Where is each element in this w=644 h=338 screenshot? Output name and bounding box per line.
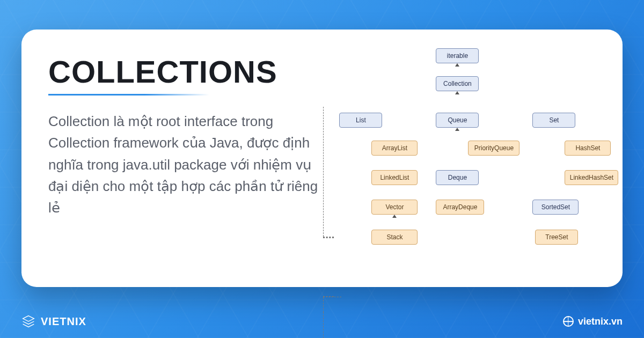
node-sortedset: SortedSet: [532, 200, 579, 215]
site-link: vietnix.vn: [563, 316, 623, 327]
diagram-panel: iterable Collection List Queue Set Array…: [328, 54, 596, 263]
node-linkedlist: LinkedList: [371, 170, 418, 185]
node-priorityqueue: PriorityQueue: [468, 141, 519, 156]
edge: [323, 71, 516, 71]
edge: [323, 297, 324, 312]
edge: [323, 83, 324, 95]
node-queue: Queue: [436, 113, 479, 128]
brand-logo: VIETNIX: [21, 314, 86, 328]
title-underline: [48, 94, 209, 95]
node-iterable: iterable: [436, 48, 479, 63]
description-text: Collection là một root interface trong C…: [48, 111, 327, 218]
site-url: vietnix.vn: [578, 316, 623, 327]
node-linkedhashset: LinkedHashSet: [565, 170, 618, 185]
node-arraydeque: ArrayDeque: [436, 200, 484, 215]
node-hashset: HashSet: [565, 141, 611, 156]
edge: [323, 95, 324, 107]
collections-hierarchy-diagram: iterable Collection List Queue Set Array…: [323, 48, 601, 263]
globe-icon: [563, 316, 574, 327]
main-title: COLLECTIONS: [48, 54, 328, 90]
edge: [323, 253, 324, 296]
arrow-icon: [455, 63, 459, 67]
node-treeset: TreeSet: [535, 230, 578, 245]
arrow-icon: [455, 91, 459, 94]
text-panel: COLLECTIONS Collection là một root inter…: [48, 54, 328, 263]
brand-name: VIETNIX: [41, 315, 86, 328]
edge: [323, 107, 324, 237]
edge: [323, 238, 324, 253]
node-list: List: [339, 113, 382, 128]
edge: [323, 48, 324, 61]
edge: [323, 61, 324, 71]
node-set: Set: [532, 113, 575, 128]
node-stack: Stack: [371, 230, 418, 245]
arrow-icon: [392, 215, 397, 218]
edge: [323, 71, 324, 83]
edge: [323, 297, 341, 297]
edge: [323, 238, 334, 238]
node-deque: Deque: [436, 170, 479, 185]
node-vector: Vector: [371, 200, 418, 215]
content-card: COLLECTIONS Collection là một root inter…: [21, 30, 623, 287]
node-collection: Collection: [436, 76, 479, 91]
node-arraylist: ArrayList: [371, 141, 418, 156]
footer-bar: VIETNIX vietnix.vn: [21, 314, 623, 328]
stack-icon: [21, 314, 35, 328]
arrow-icon: [455, 128, 459, 131]
